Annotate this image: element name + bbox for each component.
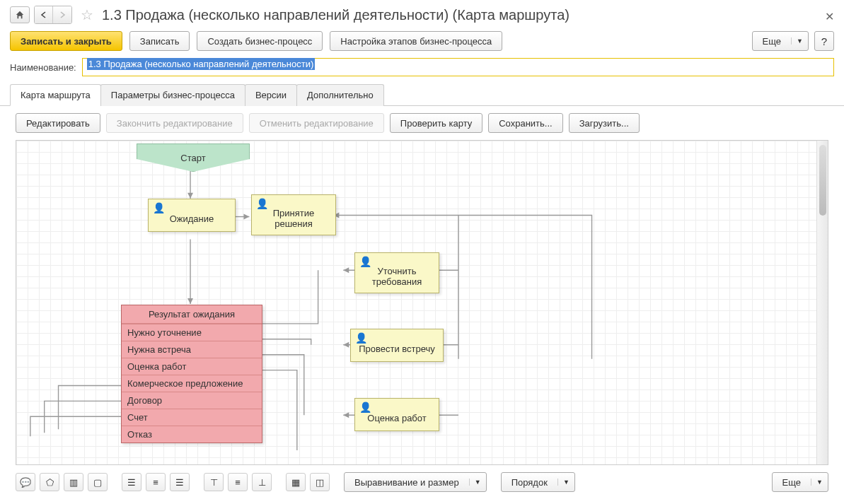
node-clarify[interactable]: 👤 Уточнить требования bbox=[354, 252, 439, 293]
svg-marker-1 bbox=[187, 298, 193, 304]
shape-house-icon[interactable]: ⬠ bbox=[40, 473, 59, 491]
switch-row[interactable]: Договор bbox=[122, 392, 262, 409]
user-icon: 👤 bbox=[359, 256, 371, 267]
save-close-button[interactable]: Записать и закрыть bbox=[10, 31, 122, 51]
tab-bp-params[interactable]: Параметры бизнес-процесса bbox=[100, 84, 245, 106]
save-button[interactable]: Записать bbox=[129, 31, 190, 51]
align-size-dropdown[interactable]: Выравнивание и размер▼ bbox=[344, 472, 487, 492]
bottom-more-dropdown[interactable]: Еще▼ bbox=[772, 472, 828, 492]
node-decision[interactable]: 👤 Принятие решения bbox=[251, 194, 336, 235]
valign-top-icon[interactable]: ⊤ bbox=[204, 473, 224, 491]
grid-icon[interactable]: ▦ bbox=[286, 473, 306, 491]
tab-route-map[interactable]: Карта маршрута bbox=[10, 84, 101, 106]
order-dropdown[interactable]: Порядок▼ bbox=[501, 472, 575, 492]
node-wait[interactable]: 👤 Ожидание bbox=[148, 199, 236, 232]
page-title: 1.3 Продажа (несколько направлений деяте… bbox=[102, 7, 570, 23]
route-canvas[interactable]: Старт 👤 Ожидание 👤 Принятие решения 👤 Ут… bbox=[16, 141, 816, 464]
svg-marker-0 bbox=[187, 193, 193, 199]
shape-stack-icon[interactable]: ▥ bbox=[64, 473, 83, 491]
close-button[interactable]: ✕ bbox=[825, 10, 834, 23]
name-label: Наименование: bbox=[10, 62, 76, 73]
switch-row[interactable]: Комерческое предложение bbox=[122, 375, 262, 392]
switch-row[interactable]: Отказ bbox=[122, 426, 262, 443]
edit-button[interactable]: Редактировать bbox=[16, 113, 100, 133]
favorite-star-icon[interactable]: ☆ bbox=[81, 6, 93, 23]
setup-steps-button[interactable]: Настройка этапов бизнес-процесса bbox=[330, 31, 502, 51]
node-assess[interactable]: 👤 Оценка работ bbox=[354, 398, 439, 431]
tab-versions[interactable]: Версии bbox=[245, 84, 297, 106]
user-icon: 👤 bbox=[359, 402, 371, 413]
svg-marker-5 bbox=[343, 412, 349, 418]
align-right-icon[interactable]: ☰ bbox=[170, 473, 190, 491]
svg-marker-4 bbox=[343, 342, 349, 348]
create-bp-button[interactable]: Создать бизнес-процесс bbox=[197, 31, 323, 51]
valign-middle-icon[interactable]: ≡ bbox=[228, 473, 248, 491]
route-canvas-container: Старт 👤 Ожидание 👤 Принятие решения 👤 Ут… bbox=[16, 140, 828, 465]
switch-row[interactable]: Нужна встреча bbox=[122, 341, 262, 358]
user-icon: 👤 bbox=[256, 198, 268, 209]
canvas-scrollbar[interactable] bbox=[816, 141, 828, 464]
more-dropdown[interactable]: Еще▼ bbox=[752, 31, 809, 51]
load-map-button[interactable]: Загрузить... bbox=[569, 113, 640, 133]
snap-icon[interactable]: ◫ bbox=[310, 473, 330, 491]
svg-marker-3 bbox=[343, 267, 349, 273]
nav-back-forward bbox=[34, 6, 72, 24]
home-button[interactable] bbox=[10, 6, 30, 23]
switch-row[interactable]: Нужно уточнение bbox=[122, 324, 262, 341]
nav-forward-button[interactable] bbox=[53, 6, 71, 23]
user-icon: 👤 bbox=[153, 202, 165, 213]
cancel-edit-button: Отменить редактирование bbox=[249, 113, 384, 133]
finish-edit-button: Закончить редактирование bbox=[106, 113, 243, 133]
help-button[interactable]: ? bbox=[814, 31, 834, 51]
canvas-scroll-thumb[interactable] bbox=[819, 145, 826, 216]
svg-marker-2 bbox=[243, 214, 249, 220]
name-input[interactable]: 1.3 Продажа (несколько направлений деяте… bbox=[82, 58, 834, 76]
tab-additional[interactable]: Дополнительно bbox=[296, 84, 384, 106]
node-switch-title: Результат ожидания bbox=[122, 305, 262, 324]
node-start-label: Старт bbox=[180, 153, 205, 163]
node-meeting[interactable]: 👤 Провести встречу bbox=[350, 329, 444, 362]
save-map-button[interactable]: Сохранить... bbox=[488, 113, 562, 133]
check-map-button[interactable]: Проверить карту bbox=[390, 113, 482, 133]
switch-row[interactable]: Оценка работ bbox=[122, 358, 262, 375]
align-left-icon[interactable]: ☰ bbox=[122, 473, 141, 491]
nav-back-button[interactable] bbox=[35, 6, 53, 23]
node-switch[interactable]: Результат ожидания Нужно уточнение Нужна… bbox=[121, 305, 262, 443]
align-center-icon[interactable]: ≡ bbox=[146, 473, 166, 491]
shape-speech-icon[interactable]: 💬 bbox=[16, 473, 35, 491]
valign-bottom-icon[interactable]: ⊥ bbox=[252, 473, 272, 491]
node-start[interactable]: Старт bbox=[137, 143, 250, 172]
shape-shadow-icon[interactable]: ▢ bbox=[88, 473, 108, 491]
switch-row[interactable]: Счет bbox=[122, 409, 262, 426]
user-icon: 👤 bbox=[355, 332, 367, 344]
